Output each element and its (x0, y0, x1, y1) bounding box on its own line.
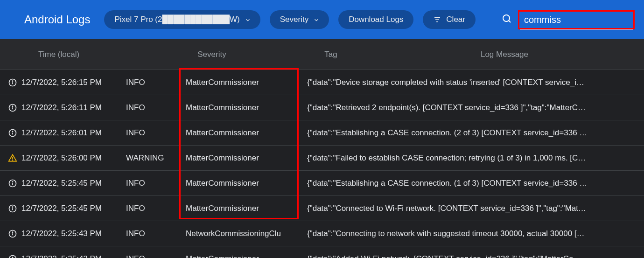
cell-message: {"data":"Establishing a CASE connection.… (307, 179, 640, 188)
cell-tag: MatterCommissioner (186, 128, 307, 138)
table-row[interactable]: 12/7/2022, 5:25:42 PMINFOMatterCommissio… (0, 246, 644, 258)
cell-tag: MatterCommissioner (186, 103, 307, 112)
cell-time: 12/7/2022, 5:25:42 PM (21, 254, 126, 258)
cell-tag: MatterCommissioner (186, 179, 307, 188)
info-icon (4, 229, 21, 238)
download-logs-button[interactable]: Download Logs (338, 10, 413, 29)
column-header-severity: Severity (126, 50, 242, 59)
clear-button[interactable]: Clear (423, 10, 476, 29)
svg-point-3 (503, 15, 510, 21)
search-underline (520, 29, 633, 30)
search-input[interactable] (518, 10, 635, 29)
warning-icon (4, 153, 21, 163)
search-icon (501, 13, 512, 26)
device-selector[interactable]: Pixel 7 Pro (2████████████W) (104, 10, 260, 29)
cell-severity: INFO (126, 78, 186, 87)
info-icon (4, 128, 21, 138)
clear-label: Clear (446, 15, 465, 24)
info-icon (4, 254, 21, 258)
svg-point-27 (12, 257, 13, 258)
table-row[interactable]: 12/7/2022, 5:26:00 PMWARNINGMatterCommis… (0, 146, 644, 171)
cell-message: {"data":"Connecting to network with sugg… (307, 229, 640, 238)
device-selector-label: Pixel 7 Pro (2████████████W) (114, 15, 239, 24)
cell-tag: MatterCommissioner (186, 153, 307, 163)
svg-point-21 (12, 207, 13, 207)
svg-point-18 (12, 181, 13, 182)
cell-message: {"data":"Device storage completed with s… (307, 78, 640, 87)
cell-time: 12/7/2022, 5:26:11 PM (21, 103, 126, 112)
cell-time: 12/7/2022, 5:26:00 PM (21, 153, 126, 163)
info-icon (4, 78, 21, 87)
column-header-time: Time (local) (4, 50, 126, 59)
cell-message: {"data":"Establishing a CASE connection.… (307, 128, 640, 138)
search-container (501, 10, 635, 29)
cell-message: {"data":"Added Wi-Fi network. [CONTEXT s… (307, 254, 640, 258)
cell-time: 12/7/2022, 5:25:45 PM (21, 179, 126, 188)
cell-tag: NetworkCommissioningClu (186, 229, 307, 238)
app-header: Android Logs Pixel 7 Pro (2████████████W… (0, 0, 644, 39)
cell-tag: MatterCommissioner (186, 254, 307, 258)
chevron-down-icon (313, 17, 319, 22)
svg-point-15 (12, 160, 13, 160)
table-header: Time (local) Severity Tag Log Message (0, 39, 644, 70)
page-title: Android Logs (24, 13, 90, 26)
table-row[interactable]: 12/7/2022, 5:25:45 PMINFOMatterCommissio… (0, 171, 644, 196)
table-row[interactable]: 12/7/2022, 5:26:11 PMINFOMatterCommissio… (0, 95, 644, 120)
severity-selector[interactable]: Severity (270, 10, 329, 29)
filter-icon (433, 16, 441, 23)
cell-severity: WARNING (126, 153, 186, 163)
column-header-tag: Tag (242, 50, 369, 59)
cell-severity: INFO (126, 103, 186, 112)
severity-selector-label: Severity (280, 15, 308, 24)
svg-point-24 (12, 232, 13, 232)
cell-time: 12/7/2022, 5:26:15 PM (21, 78, 126, 87)
cell-message: {"data":"Connected to Wi-Fi network. [CO… (307, 204, 640, 213)
svg-point-10 (12, 106, 13, 106)
info-icon (4, 103, 21, 112)
column-header-message: Log Message (369, 50, 640, 59)
download-logs-label: Download Logs (349, 15, 403, 24)
cell-message: {"data":"Failed to establish CASE connec… (307, 153, 640, 163)
table-row[interactable]: 12/7/2022, 5:26:15 PMINFOMatterCommissio… (0, 70, 644, 95)
info-icon (4, 179, 21, 188)
cell-time: 12/7/2022, 5:26:01 PM (21, 128, 126, 138)
cell-time: 12/7/2022, 5:25:45 PM (21, 204, 126, 213)
cell-severity: INFO (126, 204, 186, 213)
cell-severity: INFO (126, 229, 186, 238)
svg-point-7 (12, 81, 13, 81)
svg-line-4 (509, 21, 511, 22)
svg-point-13 (12, 131, 13, 132)
table-body: 12/7/2022, 5:26:15 PMINFOMatterCommissio… (0, 70, 644, 258)
table-row[interactable]: 12/7/2022, 5:25:45 PMINFOMatterCommissio… (0, 196, 644, 221)
cell-severity: INFO (126, 254, 186, 258)
table-row[interactable]: 12/7/2022, 5:25:43 PMINFONetworkCommissi… (0, 221, 644, 246)
cell-message: {"data":"Retrieved 2 endpoint(s). [CONTE… (307, 103, 640, 112)
table-row[interactable]: 12/7/2022, 5:26:01 PMINFOMatterCommissio… (0, 120, 644, 146)
chevron-down-icon (245, 17, 250, 22)
cell-severity: INFO (126, 128, 186, 138)
cell-time: 12/7/2022, 5:25:43 PM (21, 229, 126, 238)
cell-tag: MatterCommissioner (186, 204, 307, 213)
cell-tag: MatterCommissioner (186, 78, 307, 87)
cell-severity: INFO (126, 179, 186, 188)
info-icon (4, 204, 21, 213)
